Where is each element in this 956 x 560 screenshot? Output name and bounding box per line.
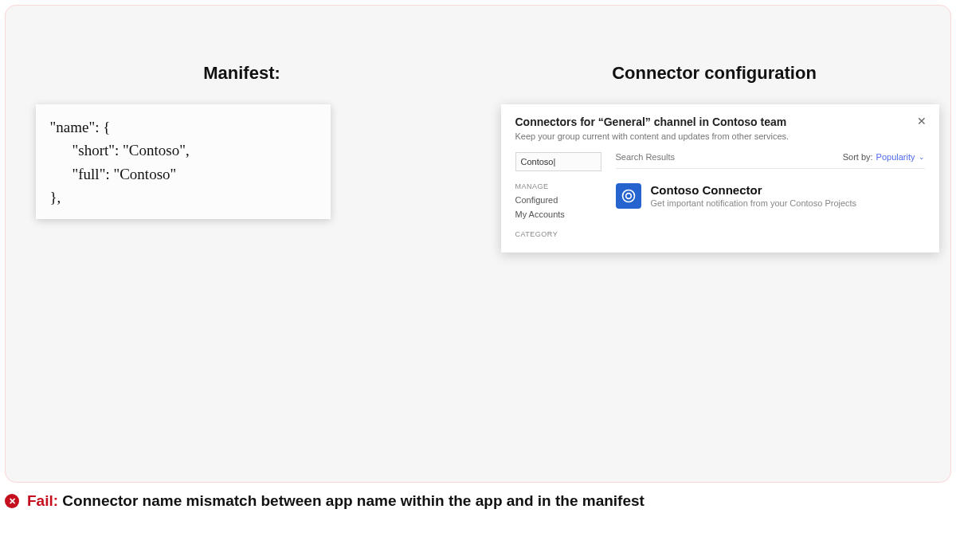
search-input[interactable]	[515, 152, 601, 171]
dialog-sidebar: MANAGE Configured My Accounts CATEGORY	[515, 152, 601, 243]
connector-dialog: ✕ Connectors for “General” channel in Co…	[501, 104, 939, 253]
manifest-heading: Manifest:	[203, 63, 280, 84]
connector-description: Get important notification from your Con…	[651, 198, 857, 208]
manifest-column: Manifest: "name": { "short": "Contoso", …	[6, 63, 478, 482]
connector-name: Contoso Connector	[651, 183, 857, 197]
sidebar-item-my-accounts[interactable]: My Accounts	[515, 210, 601, 219]
configuration-column: Connector configuration ✕ Connectors for…	[478, 63, 950, 482]
configuration-heading: Connector configuration	[612, 63, 817, 84]
fail-text: Fail: Connector name mismatch between ap…	[27, 492, 645, 510]
fail-x-icon: ✕	[5, 494, 19, 508]
search-results-label: Search Results	[616, 152, 676, 162]
code-line: },	[50, 186, 316, 209]
sidebar-manage-label: MANAGE	[515, 182, 601, 190]
fail-callout: ✕ Fail: Connector name mismatch between …	[5, 492, 645, 510]
code-line: "name": {	[50, 116, 316, 139]
connector-app-icon	[616, 183, 641, 209]
code-line: "full": "Contoso"	[50, 163, 316, 186]
dialog-title: Connectors for “General” channel in Cont…	[515, 116, 925, 128]
fail-prefix: Fail:	[27, 492, 58, 509]
dialog-subtitle: Keep your group current with content and…	[515, 131, 925, 141]
connector-result-row[interactable]: Contoso Connector Get important notifica…	[616, 183, 925, 209]
sort-label: Sort by:	[843, 152, 873, 162]
fail-message: Connector name mismatch between app name…	[62, 492, 645, 509]
sort-value: Popularity	[876, 152, 915, 162]
manifest-code-card: "name": { "short": "Contoso", "full": "C…	[36, 104, 331, 219]
dialog-main: Search Results Sort by: Popularity ⌄	[616, 152, 925, 243]
chevron-down-icon: ⌄	[919, 153, 925, 161]
svg-point-0	[622, 190, 634, 202]
close-icon[interactable]: ✕	[917, 116, 927, 127]
svg-point-1	[625, 194, 631, 199]
sidebar-item-configured[interactable]: Configured	[515, 195, 601, 205]
sort-by-control[interactable]: Sort by: Popularity ⌄	[843, 152, 925, 162]
code-line: "short": "Contoso",	[50, 139, 316, 162]
sidebar-category-label: CATEGORY	[515, 230, 601, 238]
example-frame: Manifest: "name": { "short": "Contoso", …	[5, 5, 951, 483]
